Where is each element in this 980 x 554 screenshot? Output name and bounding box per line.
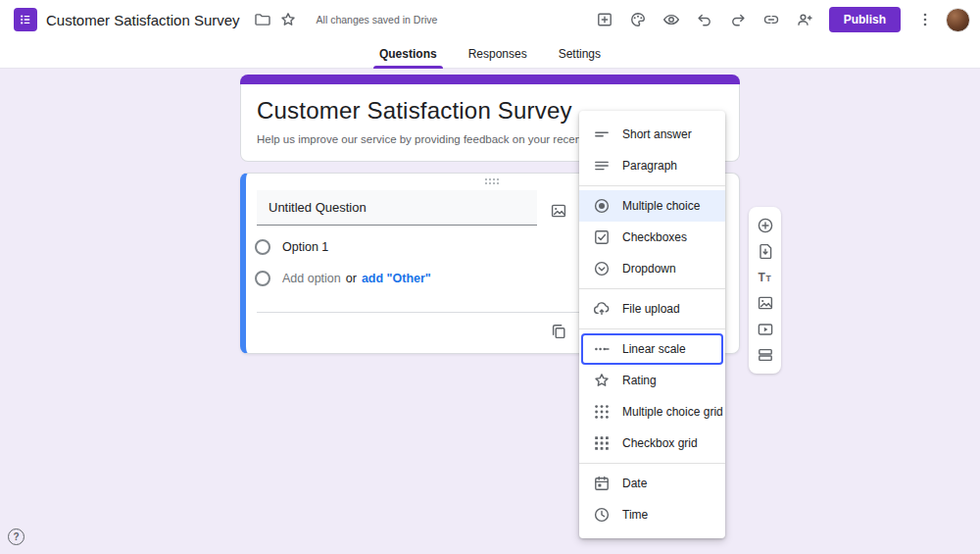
topbar-actions: Publish: [592, 7, 970, 32]
menu-item-rating[interactable]: Rating: [579, 365, 725, 396]
preview-eye-icon[interactable]: [659, 7, 684, 32]
add-image-icon[interactable]: [754, 291, 777, 315]
add-section-icon[interactable]: [754, 343, 777, 367]
menu-divider: [579, 288, 725, 289]
drag-handle-icon[interactable]: [485, 178, 501, 186]
add-collaborator-icon[interactable]: [792, 7, 817, 32]
forms-logo-icon[interactable]: [14, 8, 37, 31]
option-row: Option 1: [255, 239, 328, 255]
google-forms-editor: Customer Satisfaction Survey All changes…: [0, 0, 980, 554]
add-title-description-icon[interactable]: TT: [754, 266, 777, 289]
tab-questions[interactable]: Questions: [377, 39, 439, 68]
import-questions-icon[interactable]: [754, 239, 777, 263]
avatar[interactable]: [946, 8, 970, 32]
menu-item-short-answer[interactable]: Short answer: [579, 119, 725, 150]
menu-item-checkboxes[interactable]: Checkboxes: [579, 222, 725, 253]
checkboxes-icon: [593, 228, 611, 246]
menu-divider: [579, 185, 725, 186]
tab-responses[interactable]: Responses: [466, 39, 529, 68]
add-video-icon[interactable]: [754, 318, 777, 341]
multiple-choice-icon: [593, 197, 611, 215]
add-option-row: Add option or add "Other": [255, 271, 431, 286]
add-option-button[interactable]: Add option: [282, 272, 341, 285]
duplicate-icon[interactable]: [546, 319, 571, 344]
checkbox-grid-icon: [593, 434, 611, 452]
add-question-icon[interactable]: [754, 214, 777, 237]
side-toolbar: TT: [749, 207, 781, 374]
top-bar: Customer Satisfaction Survey All changes…: [0, 0, 980, 39]
redo-icon[interactable]: [725, 7, 751, 32]
question-title-input[interactable]: Untitled Question: [257, 190, 537, 226]
time-clock-icon: [593, 506, 611, 524]
form-canvas: Customer Satisfaction Survey Help us imp…: [0, 69, 980, 554]
menu-item-linear-scale[interactable]: Linear scale: [581, 333, 723, 365]
add-other-link[interactable]: add "Other": [362, 272, 431, 285]
more-menu-icon[interactable]: [912, 7, 938, 32]
question-type-menu: Short answer Paragraph Multiple choice C…: [579, 111, 725, 538]
linear-scale-icon: [593, 340, 611, 358]
menu-divider: [579, 463, 725, 464]
multiple-choice-grid-icon: [593, 403, 611, 421]
menu-item-multiple-choice-grid[interactable]: Multiple choice grid: [579, 396, 725, 428]
svg-text:T: T: [758, 271, 765, 284]
or-text: or: [346, 272, 357, 285]
radio-icon: [255, 239, 270, 255]
file-upload-icon: [593, 300, 611, 318]
svg-text:T: T: [765, 274, 771, 283]
undo-icon[interactable]: [692, 7, 717, 32]
add-image-icon[interactable]: [546, 198, 571, 224]
menu-divider: [579, 328, 725, 329]
document-title[interactable]: Customer Satisfaction Survey: [46, 12, 240, 28]
copy-link-icon[interactable]: [759, 7, 784, 32]
help-icon[interactable]: ?: [8, 529, 24, 545]
short-answer-icon: [593, 126, 611, 143]
option-label[interactable]: Option 1: [282, 240, 328, 254]
menu-item-dropdown[interactable]: Dropdown: [579, 253, 725, 284]
insert-icon[interactable]: [592, 7, 617, 32]
save-status: All changes saved in Drive: [317, 14, 438, 25]
menu-item-checkbox-grid[interactable]: Checkbox grid: [579, 428, 725, 459]
menu-item-date[interactable]: Date: [579, 468, 725, 499]
publish-button[interactable]: Publish: [829, 7, 901, 32]
dropdown-icon: [593, 260, 611, 277]
date-calendar-icon: [593, 475, 611, 492]
move-to-folder-icon[interactable]: [250, 7, 275, 32]
rating-star-icon: [593, 372, 611, 389]
star-icon[interactable]: [275, 7, 301, 32]
paragraph-icon: [593, 157, 611, 175]
menu-item-file-upload[interactable]: File upload: [579, 293, 725, 325]
tab-settings[interactable]: Settings: [557, 39, 603, 68]
radio-icon: [255, 271, 270, 286]
menu-item-multiple-choice[interactable]: Multiple choice: [579, 190, 725, 222]
tab-bar: Questions Responses Settings: [0, 39, 980, 69]
menu-item-paragraph[interactable]: Paragraph: [579, 150, 725, 181]
theme-palette-icon[interactable]: [625, 7, 651, 32]
menu-item-time[interactable]: Time: [579, 499, 725, 530]
theme-color-band: [240, 75, 740, 84]
